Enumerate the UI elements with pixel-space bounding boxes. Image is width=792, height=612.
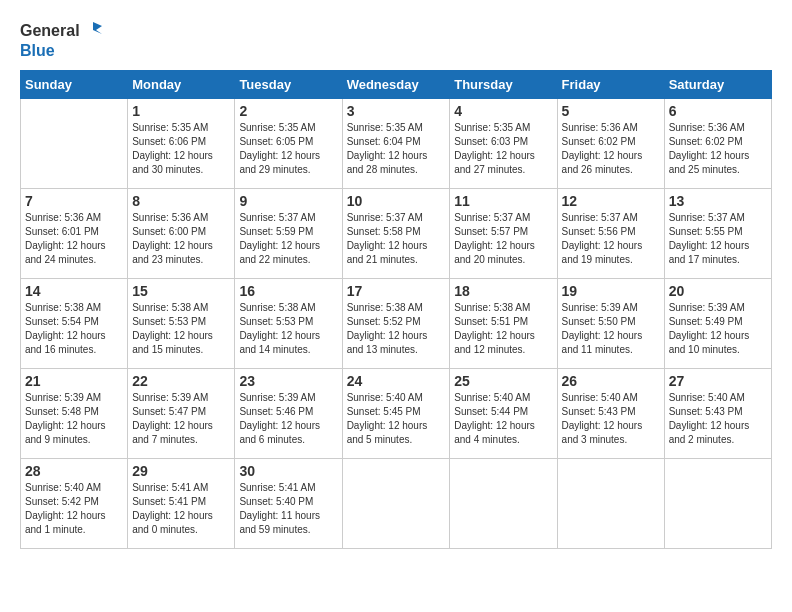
calendar-cell: 17Sunrise: 5:38 AMSunset: 5:52 PMDayligh… [342, 278, 450, 368]
logo-flag-icon [82, 20, 104, 42]
calendar-cell: 24Sunrise: 5:40 AMSunset: 5:45 PMDayligh… [342, 368, 450, 458]
col-header-monday: Monday [128, 70, 235, 98]
day-info: Sunrise: 5:38 AMSunset: 5:51 PMDaylight:… [454, 301, 552, 357]
day-number: 29 [132, 463, 230, 479]
day-info: Sunrise: 5:39 AMSunset: 5:48 PMDaylight:… [25, 391, 123, 447]
calendar-cell [557, 458, 664, 548]
day-info: Sunrise: 5:38 AMSunset: 5:53 PMDaylight:… [132, 301, 230, 357]
day-number: 16 [239, 283, 337, 299]
day-info: Sunrise: 5:37 AMSunset: 5:55 PMDaylight:… [669, 211, 767, 267]
day-info: Sunrise: 5:40 AMSunset: 5:42 PMDaylight:… [25, 481, 123, 537]
calendar-table: SundayMondayTuesdayWednesdayThursdayFrid… [20, 70, 772, 549]
day-info: Sunrise: 5:39 AMSunset: 5:49 PMDaylight:… [669, 301, 767, 357]
day-number: 22 [132, 373, 230, 389]
day-info: Sunrise: 5:36 AMSunset: 6:01 PMDaylight:… [25, 211, 123, 267]
calendar-cell [664, 458, 771, 548]
calendar-cell: 1Sunrise: 5:35 AMSunset: 6:06 PMDaylight… [128, 98, 235, 188]
day-number: 24 [347, 373, 446, 389]
week-row-3: 14Sunrise: 5:38 AMSunset: 5:54 PMDayligh… [21, 278, 772, 368]
calendar-cell: 8Sunrise: 5:36 AMSunset: 6:00 PMDaylight… [128, 188, 235, 278]
calendar-cell: 6Sunrise: 5:36 AMSunset: 6:02 PMDaylight… [664, 98, 771, 188]
day-number: 25 [454, 373, 552, 389]
day-info: Sunrise: 5:36 AMSunset: 6:02 PMDaylight:… [562, 121, 660, 177]
day-number: 3 [347, 103, 446, 119]
calendar-cell: 9Sunrise: 5:37 AMSunset: 5:59 PMDaylight… [235, 188, 342, 278]
col-header-sunday: Sunday [21, 70, 128, 98]
day-number: 12 [562, 193, 660, 209]
day-number: 19 [562, 283, 660, 299]
calendar-cell: 15Sunrise: 5:38 AMSunset: 5:53 PMDayligh… [128, 278, 235, 368]
calendar-cell: 23Sunrise: 5:39 AMSunset: 5:46 PMDayligh… [235, 368, 342, 458]
day-info: Sunrise: 5:35 AMSunset: 6:03 PMDaylight:… [454, 121, 552, 177]
day-info: Sunrise: 5:38 AMSunset: 5:54 PMDaylight:… [25, 301, 123, 357]
day-info: Sunrise: 5:38 AMSunset: 5:52 PMDaylight:… [347, 301, 446, 357]
calendar-cell: 16Sunrise: 5:38 AMSunset: 5:53 PMDayligh… [235, 278, 342, 368]
day-info: Sunrise: 5:41 AMSunset: 5:41 PMDaylight:… [132, 481, 230, 537]
calendar-cell [342, 458, 450, 548]
day-info: Sunrise: 5:39 AMSunset: 5:50 PMDaylight:… [562, 301, 660, 357]
calendar-cell: 14Sunrise: 5:38 AMSunset: 5:54 PMDayligh… [21, 278, 128, 368]
page-header: General Blue [20, 20, 772, 60]
day-number: 2 [239, 103, 337, 119]
day-number: 7 [25, 193, 123, 209]
logo-general-text: General [20, 22, 80, 40]
calendar-cell: 11Sunrise: 5:37 AMSunset: 5:57 PMDayligh… [450, 188, 557, 278]
day-info: Sunrise: 5:40 AMSunset: 5:45 PMDaylight:… [347, 391, 446, 447]
day-number: 8 [132, 193, 230, 209]
logo: General Blue [20, 20, 104, 60]
calendar-cell: 25Sunrise: 5:40 AMSunset: 5:44 PMDayligh… [450, 368, 557, 458]
calendar-cell: 29Sunrise: 5:41 AMSunset: 5:41 PMDayligh… [128, 458, 235, 548]
day-info: Sunrise: 5:37 AMSunset: 5:57 PMDaylight:… [454, 211, 552, 267]
day-number: 28 [25, 463, 123, 479]
day-info: Sunrise: 5:35 AMSunset: 6:04 PMDaylight:… [347, 121, 446, 177]
calendar-cell [21, 98, 128, 188]
calendar-cell: 19Sunrise: 5:39 AMSunset: 5:50 PMDayligh… [557, 278, 664, 368]
calendar-cell: 28Sunrise: 5:40 AMSunset: 5:42 PMDayligh… [21, 458, 128, 548]
day-info: Sunrise: 5:41 AMSunset: 5:40 PMDaylight:… [239, 481, 337, 537]
day-info: Sunrise: 5:40 AMSunset: 5:43 PMDaylight:… [669, 391, 767, 447]
day-number: 9 [239, 193, 337, 209]
col-header-thursday: Thursday [450, 70, 557, 98]
week-row-1: 1Sunrise: 5:35 AMSunset: 6:06 PMDaylight… [21, 98, 772, 188]
day-info: Sunrise: 5:36 AMSunset: 6:02 PMDaylight:… [669, 121, 767, 177]
day-info: Sunrise: 5:39 AMSunset: 5:47 PMDaylight:… [132, 391, 230, 447]
day-number: 14 [25, 283, 123, 299]
day-number: 30 [239, 463, 337, 479]
day-info: Sunrise: 5:38 AMSunset: 5:53 PMDaylight:… [239, 301, 337, 357]
day-info: Sunrise: 5:36 AMSunset: 6:00 PMDaylight:… [132, 211, 230, 267]
day-info: Sunrise: 5:39 AMSunset: 5:46 PMDaylight:… [239, 391, 337, 447]
day-number: 4 [454, 103, 552, 119]
calendar-cell: 18Sunrise: 5:38 AMSunset: 5:51 PMDayligh… [450, 278, 557, 368]
calendar-cell: 12Sunrise: 5:37 AMSunset: 5:56 PMDayligh… [557, 188, 664, 278]
calendar-cell: 21Sunrise: 5:39 AMSunset: 5:48 PMDayligh… [21, 368, 128, 458]
calendar-cell: 13Sunrise: 5:37 AMSunset: 5:55 PMDayligh… [664, 188, 771, 278]
col-header-wednesday: Wednesday [342, 70, 450, 98]
day-number: 20 [669, 283, 767, 299]
day-number: 13 [669, 193, 767, 209]
col-header-saturday: Saturday [664, 70, 771, 98]
calendar-cell: 7Sunrise: 5:36 AMSunset: 6:01 PMDaylight… [21, 188, 128, 278]
day-info: Sunrise: 5:40 AMSunset: 5:43 PMDaylight:… [562, 391, 660, 447]
col-header-tuesday: Tuesday [235, 70, 342, 98]
calendar-cell: 30Sunrise: 5:41 AMSunset: 5:40 PMDayligh… [235, 458, 342, 548]
day-number: 11 [454, 193, 552, 209]
week-row-5: 28Sunrise: 5:40 AMSunset: 5:42 PMDayligh… [21, 458, 772, 548]
day-number: 17 [347, 283, 446, 299]
day-number: 6 [669, 103, 767, 119]
calendar-cell: 22Sunrise: 5:39 AMSunset: 5:47 PMDayligh… [128, 368, 235, 458]
day-number: 5 [562, 103, 660, 119]
day-info: Sunrise: 5:37 AMSunset: 5:58 PMDaylight:… [347, 211, 446, 267]
calendar-cell: 2Sunrise: 5:35 AMSunset: 6:05 PMDaylight… [235, 98, 342, 188]
day-info: Sunrise: 5:37 AMSunset: 5:56 PMDaylight:… [562, 211, 660, 267]
day-number: 15 [132, 283, 230, 299]
calendar-cell: 4Sunrise: 5:35 AMSunset: 6:03 PMDaylight… [450, 98, 557, 188]
calendar-cell: 20Sunrise: 5:39 AMSunset: 5:49 PMDayligh… [664, 278, 771, 368]
week-row-4: 21Sunrise: 5:39 AMSunset: 5:48 PMDayligh… [21, 368, 772, 458]
calendar-cell: 5Sunrise: 5:36 AMSunset: 6:02 PMDaylight… [557, 98, 664, 188]
day-info: Sunrise: 5:40 AMSunset: 5:44 PMDaylight:… [454, 391, 552, 447]
calendar-cell: 10Sunrise: 5:37 AMSunset: 5:58 PMDayligh… [342, 188, 450, 278]
day-number: 27 [669, 373, 767, 389]
day-number: 26 [562, 373, 660, 389]
day-info: Sunrise: 5:35 AMSunset: 6:05 PMDaylight:… [239, 121, 337, 177]
day-info: Sunrise: 5:35 AMSunset: 6:06 PMDaylight:… [132, 121, 230, 177]
